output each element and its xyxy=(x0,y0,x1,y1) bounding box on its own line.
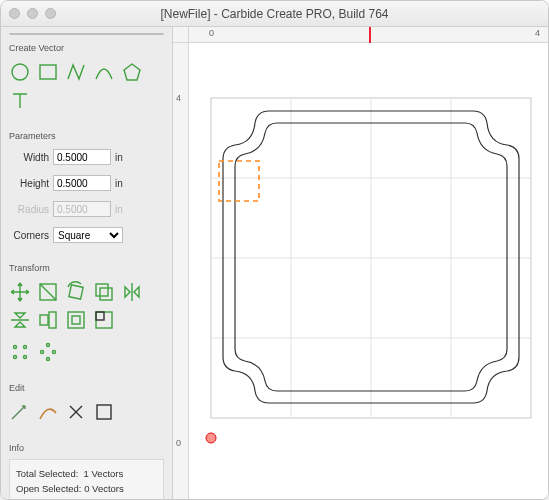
ruler-left-4: 4 xyxy=(176,93,181,103)
section-parameters: Parameters xyxy=(9,131,164,141)
transform-tools xyxy=(9,279,164,333)
svg-marker-2 xyxy=(124,64,140,80)
polyline-tool-icon[interactable] xyxy=(65,61,87,83)
boolean-union-icon[interactable] xyxy=(93,401,115,423)
svg-rect-10 xyxy=(72,316,80,324)
svg-rect-9 xyxy=(68,312,84,328)
canvas-svg xyxy=(189,43,548,499)
titlebar: [NewFile] - Carbide Create PRO, Build 76… xyxy=(1,1,548,27)
svg-point-20 xyxy=(41,351,44,354)
section-create-vector: Create Vector xyxy=(9,43,164,53)
curve-tool-icon[interactable] xyxy=(93,61,115,83)
trim-tool-icon[interactable] xyxy=(37,401,59,423)
svg-rect-12 xyxy=(96,312,104,320)
ruler-top: 0 4 xyxy=(189,27,548,43)
window-controls xyxy=(9,8,56,19)
svg-point-13 xyxy=(14,346,17,349)
polygon-tool-icon[interactable] xyxy=(121,61,143,83)
mirror-h-icon[interactable] xyxy=(121,281,143,303)
corners-select[interactable]: Square xyxy=(53,227,123,243)
svg-rect-21 xyxy=(97,405,111,419)
section-edit: Edit xyxy=(9,383,164,393)
svg-rect-1 xyxy=(40,65,56,79)
height-label: Height xyxy=(9,178,49,189)
radius-input xyxy=(53,201,111,217)
width-input[interactable] xyxy=(53,149,111,165)
sidebar: Design Model Toolpaths Create Vector Par… xyxy=(1,27,173,499)
rectangle-tool-icon[interactable] xyxy=(37,61,59,83)
svg-point-16 xyxy=(24,356,27,359)
ruler-top-0: 0 xyxy=(209,28,214,38)
align-corner-icon[interactable] xyxy=(93,309,115,331)
svg-rect-4 xyxy=(69,285,83,299)
svg-point-17 xyxy=(47,344,50,347)
circular-array-icon[interactable] xyxy=(37,341,59,363)
node-edit-icon[interactable] xyxy=(9,401,31,423)
close-icon[interactable] xyxy=(9,8,20,19)
info-total-label: Total Selected: xyxy=(16,468,78,479)
section-info: Info xyxy=(9,443,164,453)
text-tool-icon[interactable] xyxy=(9,89,31,111)
origin-marker xyxy=(206,433,216,443)
info-open-label: Open Selected: xyxy=(16,483,82,494)
section-transform: Transform xyxy=(9,263,164,273)
canvas[interactable] xyxy=(189,43,548,499)
info-total-value: 1 Vectors xyxy=(84,468,124,479)
mirror-v-icon[interactable] xyxy=(9,309,31,331)
minimize-icon[interactable] xyxy=(27,8,38,19)
window-title: [NewFile] - Carbide Create PRO, Build 76… xyxy=(1,7,548,21)
ruler-left: 4 0 xyxy=(173,43,189,499)
grid-array-icon[interactable] xyxy=(9,341,31,363)
svg-rect-6 xyxy=(100,288,112,300)
scale-tool-icon[interactable] xyxy=(37,281,59,303)
svg-point-18 xyxy=(53,351,56,354)
create-vector-tools xyxy=(9,59,164,113)
ruler-corner xyxy=(173,27,189,43)
svg-point-14 xyxy=(24,346,27,349)
ruler-left-0: 0 xyxy=(176,438,181,448)
canvas-area: 0 4 4 0 xyxy=(173,27,548,499)
svg-point-19 xyxy=(47,358,50,361)
svg-rect-7 xyxy=(40,315,48,325)
svg-rect-5 xyxy=(96,284,108,296)
info-panel: Total Selected: 1 Vectors Open Selected:… xyxy=(9,459,164,500)
app-window: [NewFile] - Carbide Create PRO, Build 76… xyxy=(0,0,549,500)
circle-tool-icon[interactable] xyxy=(9,61,31,83)
svg-point-0 xyxy=(12,64,28,80)
rotate-tool-icon[interactable] xyxy=(65,281,87,303)
align-tool-icon[interactable] xyxy=(37,309,59,331)
main-tabs: Design Model Toolpaths xyxy=(9,33,164,35)
ruler-marker xyxy=(369,27,371,43)
zoom-icon[interactable] xyxy=(45,8,56,19)
offset-tool-icon[interactable] xyxy=(93,281,115,303)
edit-tools xyxy=(9,399,164,425)
ruler-top-4: 4 xyxy=(535,28,540,38)
height-unit: in xyxy=(115,178,123,189)
move-tool-icon[interactable] xyxy=(9,281,31,303)
corners-label: Corners xyxy=(9,230,49,241)
radius-label: Radius xyxy=(9,204,49,215)
width-unit: in xyxy=(115,152,123,163)
info-open-value: 0 Vectors xyxy=(84,483,124,494)
height-input[interactable] xyxy=(53,175,111,191)
content-area: Design Model Toolpaths Create Vector Par… xyxy=(1,27,548,499)
align-grid-icon[interactable] xyxy=(65,309,87,331)
svg-rect-8 xyxy=(49,312,56,328)
array-tools xyxy=(9,339,164,365)
radius-unit: in xyxy=(115,204,123,215)
svg-point-15 xyxy=(14,356,17,359)
width-label: Width xyxy=(9,152,49,163)
boolean-cut-icon[interactable] xyxy=(65,401,87,423)
